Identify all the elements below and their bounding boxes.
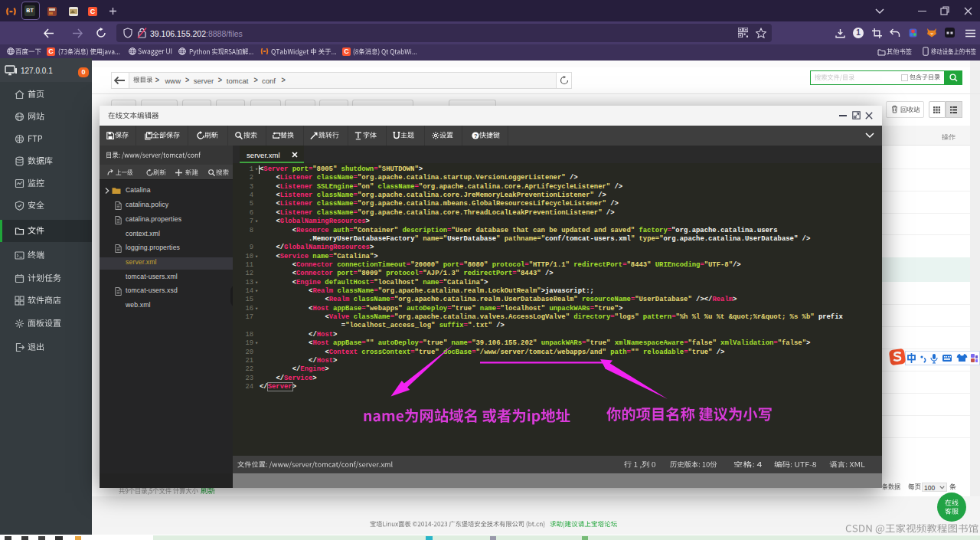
- svg-text:?: ?: [474, 133, 478, 139]
